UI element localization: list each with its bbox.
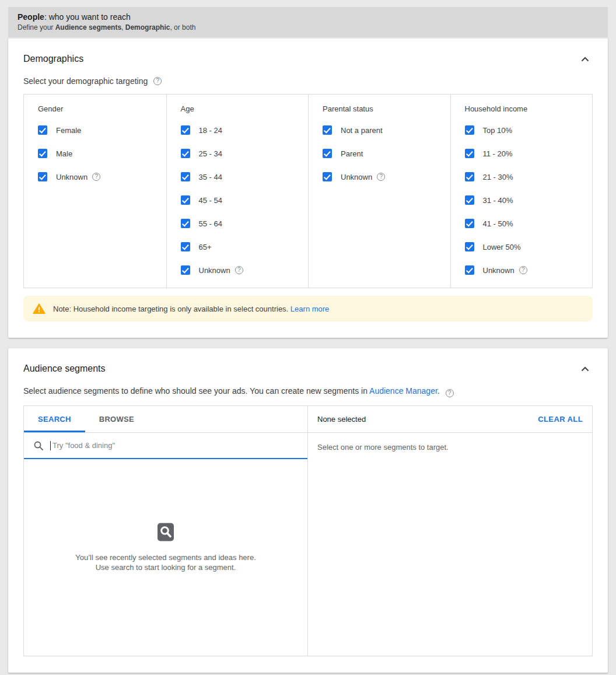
- people-banner: People: who you want to reach Define you…: [8, 7, 608, 37]
- checkbox[interactable]: [181, 125, 190, 135]
- banner-sub-text: , or both: [170, 23, 195, 32]
- collapse-demographics-button[interactable]: [578, 54, 593, 64]
- segment-picker-panel: SEARCH BROWSE You’ll see recently se: [23, 405, 593, 656]
- empty-state-line2: Use search to start looking for a segmen…: [75, 562, 256, 572]
- checkbox-label: Top 10%: [483, 126, 513, 135]
- checkbox[interactable]: [181, 195, 190, 205]
- checkbox[interactable]: [38, 172, 47, 181]
- demographics-subtitle: Select your demographic targeting: [23, 76, 148, 86]
- banner-subtitle: Define your Audience segments, Demograph…: [18, 23, 598, 32]
- tab-search[interactable]: SEARCH: [24, 406, 85, 432]
- note-text: Note: Household income targeting is only…: [53, 305, 288, 313]
- help-icon[interactable]: ?: [235, 266, 243, 274]
- chevron-up-icon: [581, 366, 589, 372]
- checkbox-row-unknown[interactable]: Unknown?: [465, 258, 579, 282]
- column-header: Household income: [465, 95, 579, 118]
- checkbox[interactable]: [181, 219, 190, 228]
- banner-title-bold: People: [18, 12, 44, 22]
- checkbox-label: 41 - 50%: [483, 219, 513, 228]
- audience-subtitle-text: Select audience segments to define who s…: [23, 386, 369, 396]
- checkbox-row-11-20-[interactable]: 11 - 20%: [465, 142, 579, 165]
- audience-subtitle-row: Select audience segments to define who s…: [23, 386, 593, 397]
- checkbox-row-unknown[interactable]: Unknown?: [181, 258, 295, 282]
- demographics-title: Demographics: [23, 54, 83, 64]
- checkbox-label: Parent: [341, 149, 363, 158]
- checkbox[interactable]: [181, 172, 190, 181]
- checkbox-row-18-24[interactable]: 18 - 24: [181, 118, 295, 142]
- checkbox[interactable]: [323, 149, 332, 158]
- checkbox-row-41-50-[interactable]: 41 - 50%: [465, 212, 579, 235]
- checkbox-label: Lower 50%: [483, 243, 521, 251]
- segment-search-bar: [24, 433, 307, 459]
- checkbox-row-21-30-[interactable]: 21 - 30%: [465, 165, 579, 188]
- checkbox[interactable]: [181, 242, 190, 251]
- audience-card-header: Audience segments: [23, 363, 593, 374]
- tab-browse[interactable]: BROWSE: [85, 406, 148, 432]
- checkbox-label: 21 - 30%: [483, 173, 513, 181]
- checkbox[interactable]: [181, 149, 190, 158]
- warning-icon: [33, 303, 46, 314]
- checkbox[interactable]: [181, 265, 190, 275]
- demographics-column-household-income: Household incomeTop 10%11 - 20%21 - 30%3…: [450, 95, 593, 288]
- help-icon[interactable]: ?: [153, 77, 162, 85]
- checkbox-row-55-64[interactable]: 55 - 64: [181, 212, 295, 235]
- help-icon[interactable]: ?: [377, 173, 385, 181]
- demographics-card: Demographics Select your demographic tar…: [8, 39, 608, 338]
- checkbox[interactable]: [465, 125, 474, 135]
- checkbox-row-female[interactable]: Female: [38, 118, 152, 142]
- checkbox-row-top-10-[interactable]: Top 10%: [465, 118, 579, 142]
- banner-title-rest: : who you want to reach: [44, 12, 131, 22]
- audience-segments-card: Audience segments Select audience segmen…: [8, 348, 608, 673]
- selection-status: None selected: [317, 415, 366, 424]
- help-icon[interactable]: ?: [92, 173, 100, 181]
- checkbox[interactable]: [465, 242, 474, 251]
- checkbox[interactable]: [38, 149, 47, 158]
- demographics-subtitle-row: Select your demographic targeting ?: [23, 76, 593, 86]
- checkbox[interactable]: [465, 219, 474, 228]
- checkbox-row-male[interactable]: Male: [38, 142, 152, 165]
- audience-segments-title: Audience segments: [23, 363, 106, 374]
- clear-all-button[interactable]: CLEAR ALL: [538, 415, 583, 424]
- checkbox[interactable]: [465, 172, 474, 181]
- checkbox-row-35-44[interactable]: 35 - 44: [181, 165, 295, 188]
- help-icon[interactable]: ?: [446, 389, 454, 397]
- empty-state-text: You’ll see recently selected segments an…: [75, 552, 256, 572]
- checkbox[interactable]: [465, 195, 474, 205]
- checkbox[interactable]: [465, 265, 474, 275]
- audience-subtitle-period: .: [438, 386, 440, 396]
- checkbox-row-parent[interactable]: Parent: [323, 142, 436, 165]
- picker-tabs: SEARCH BROWSE: [24, 406, 307, 433]
- selected-segments-panel: None selected CLEAR ALL Select one or mo…: [308, 406, 592, 656]
- income-note-text: Note: Household income targeting is only…: [53, 305, 329, 313]
- audience-manager-link[interactable]: Audience Manager: [369, 386, 438, 396]
- checkbox-row-25-34[interactable]: 25 - 34: [181, 142, 295, 165]
- checkbox[interactable]: [38, 125, 47, 135]
- learn-more-link[interactable]: Learn more: [290, 305, 329, 313]
- column-header: Parental status: [323, 95, 436, 118]
- checkbox-row-31-40-[interactable]: 31 - 40%: [465, 188, 579, 212]
- checkbox-label: Male: [56, 149, 72, 158]
- checkbox-label: Not a parent: [341, 126, 383, 135]
- segment-empty-state: You’ll see recently selected segments an…: [24, 459, 307, 656]
- help-icon[interactable]: ?: [519, 266, 527, 274]
- checkbox-row-not-a-parent[interactable]: Not a parent: [323, 118, 436, 142]
- checkbox-label: 45 - 54: [199, 196, 222, 205]
- checkbox[interactable]: [323, 125, 332, 135]
- banner-title: People: who you want to reach: [18, 12, 598, 22]
- checkbox[interactable]: [323, 172, 332, 181]
- checkbox-row-45-54[interactable]: 45 - 54: [181, 188, 295, 212]
- checkbox[interactable]: [465, 149, 474, 158]
- empty-state-line1: You’ll see recently selected segments an…: [75, 552, 256, 562]
- collapse-audience-button[interactable]: [578, 364, 593, 374]
- chevron-up-icon: [581, 57, 589, 62]
- checkbox-label: 35 - 44: [199, 173, 222, 181]
- checkbox-label: 11 - 20%: [483, 149, 513, 158]
- segment-search-input[interactable]: [52, 441, 298, 450]
- checkbox-row-lower-50-[interactable]: Lower 50%: [465, 235, 579, 258]
- checkbox-row-65-[interactable]: 65+: [181, 235, 295, 258]
- checkbox-label: 18 - 24: [199, 126, 222, 135]
- checkbox-label: Female: [56, 126, 81, 135]
- checkbox-row-unknown[interactable]: Unknown?: [323, 165, 436, 188]
- checkbox-row-unknown[interactable]: Unknown?: [38, 165, 152, 188]
- banner-sub-text: ,: [121, 23, 125, 32]
